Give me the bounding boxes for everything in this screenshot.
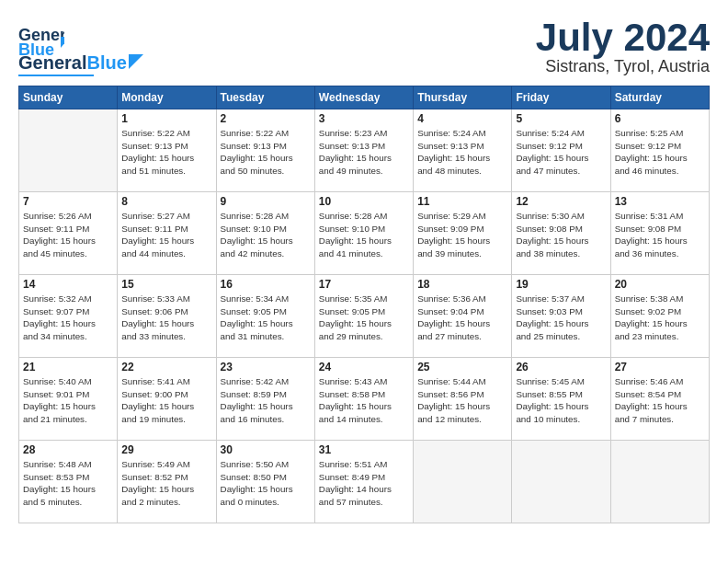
day-info: Sunrise: 5:28 AM Sunset: 9:10 PM Dayligh… (319, 210, 409, 260)
logo-general-text: General (18, 52, 86, 74)
day-info: Sunrise: 5:35 AM Sunset: 9:05 PM Dayligh… (319, 293, 409, 343)
header-thursday: Thursday (414, 86, 512, 109)
calendar-cell: 3Sunrise: 5:23 AM Sunset: 9:13 PM Daylig… (314, 109, 413, 192)
day-info: Sunrise: 5:46 AM Sunset: 8:54 PM Dayligh… (615, 375, 705, 426)
day-info: Sunrise: 5:44 AM Sunset: 8:56 PM Dayligh… (417, 375, 507, 426)
day-info: Sunrise: 5:27 AM Sunset: 9:11 PM Dayligh… (121, 210, 211, 260)
day-number: 17 (319, 278, 409, 291)
calendar-cell: 25Sunrise: 5:44 AM Sunset: 8:56 PM Dayli… (414, 358, 512, 441)
header-tuesday: Tuesday (216, 86, 314, 109)
calendar-cell: 9Sunrise: 5:28 AM Sunset: 9:10 PM Daylig… (216, 192, 314, 275)
day-info: Sunrise: 5:30 AM Sunset: 9:08 PM Dayligh… (516, 210, 606, 260)
day-info: Sunrise: 5:33 AM Sunset: 9:06 PM Dayligh… (121, 293, 211, 343)
day-number: 7 (23, 195, 113, 208)
header-wednesday: Wednesday (314, 86, 413, 109)
day-info: Sunrise: 5:45 AM Sunset: 8:55 PM Dayligh… (516, 375, 606, 426)
day-number: 22 (121, 361, 211, 373)
calendar-week-row: 21Sunrise: 5:40 AM Sunset: 9:01 PM Dayli… (19, 358, 710, 441)
calendar-cell: 18Sunrise: 5:36 AM Sunset: 9:04 PM Dayli… (414, 275, 512, 358)
day-info: Sunrise: 5:49 AM Sunset: 8:52 PM Dayligh… (121, 458, 211, 509)
day-number: 26 (516, 361, 606, 373)
calendar-cell: 15Sunrise: 5:33 AM Sunset: 9:06 PM Dayli… (118, 275, 216, 358)
calendar-week-row: 1Sunrise: 5:22 AM Sunset: 9:13 PM Daylig… (19, 109, 710, 192)
calendar-cell: 6Sunrise: 5:25 AM Sunset: 9:12 PM Daylig… (610, 109, 709, 192)
logo-underline (18, 75, 94, 76)
day-info: Sunrise: 5:50 AM Sunset: 8:50 PM Dayligh… (221, 458, 311, 509)
day-number: 11 (417, 195, 507, 208)
calendar-cell: 28Sunrise: 5:48 AM Sunset: 8:53 PM Dayli… (19, 441, 118, 523)
svg-marker-3 (129, 54, 143, 69)
svg-marker-2 (61, 37, 64, 48)
day-number: 4 (417, 112, 507, 125)
day-number: 2 (221, 112, 311, 125)
day-number: 24 (319, 361, 409, 373)
calendar-cell (512, 441, 610, 523)
day-number: 25 (417, 361, 507, 373)
day-number: 8 (121, 195, 211, 208)
day-number: 6 (615, 112, 705, 125)
day-info: Sunrise: 5:29 AM Sunset: 9:09 PM Dayligh… (417, 210, 507, 260)
day-info: Sunrise: 5:38 AM Sunset: 9:02 PM Dayligh… (615, 293, 705, 343)
day-number: 20 (615, 278, 705, 291)
day-number: 5 (516, 112, 606, 125)
calendar-cell: 23Sunrise: 5:42 AM Sunset: 8:59 PM Dayli… (216, 358, 314, 441)
calendar-cell: 4Sunrise: 5:24 AM Sunset: 9:13 PM Daylig… (414, 109, 512, 192)
title-block: July 2024 Sistrans, Tyrol, Austria (536, 18, 710, 76)
page-container: General Blue General Blue July 2024 Sist… (0, 0, 728, 533)
calendar-cell: 19Sunrise: 5:37 AM Sunset: 9:03 PM Dayli… (512, 275, 610, 358)
day-number: 16 (221, 278, 311, 291)
day-number: 27 (615, 361, 705, 373)
day-info: Sunrise: 5:26 AM Sunset: 9:11 PM Dayligh… (23, 210, 113, 260)
calendar-table: Sunday Monday Tuesday Wednesday Thursday… (18, 86, 710, 523)
day-number: 18 (417, 278, 507, 291)
day-number: 3 (319, 112, 409, 125)
day-info: Sunrise: 5:22 AM Sunset: 9:13 PM Dayligh… (221, 127, 311, 178)
day-number: 13 (615, 195, 705, 208)
calendar-cell: 24Sunrise: 5:43 AM Sunset: 8:58 PM Dayli… (314, 358, 413, 441)
day-number: 21 (23, 361, 113, 373)
day-info: Sunrise: 5:25 AM Sunset: 9:12 PM Dayligh… (615, 127, 705, 178)
day-number: 15 (121, 278, 211, 291)
day-number: 31 (319, 443, 409, 456)
header-friday: Friday (512, 86, 610, 109)
calendar-cell: 8Sunrise: 5:27 AM Sunset: 9:11 PM Daylig… (118, 192, 216, 275)
calendar-cell: 11Sunrise: 5:29 AM Sunset: 9:09 PM Dayli… (414, 192, 512, 275)
month-title: July 2024 (536, 18, 710, 57)
calendar-cell: 2Sunrise: 5:22 AM Sunset: 9:13 PM Daylig… (216, 109, 314, 192)
calendar-body: 1Sunrise: 5:22 AM Sunset: 9:13 PM Daylig… (19, 109, 710, 523)
calendar-cell: 1Sunrise: 5:22 AM Sunset: 9:13 PM Daylig… (118, 109, 216, 192)
calendar-cell: 26Sunrise: 5:45 AM Sunset: 8:55 PM Dayli… (512, 358, 610, 441)
calendar-cell: 30Sunrise: 5:50 AM Sunset: 8:50 PM Dayli… (216, 441, 314, 523)
day-number: 12 (516, 195, 606, 208)
calendar-cell: 22Sunrise: 5:41 AM Sunset: 9:00 PM Dayli… (118, 358, 216, 441)
day-info: Sunrise: 5:42 AM Sunset: 8:59 PM Dayligh… (221, 375, 311, 426)
day-info: Sunrise: 5:24 AM Sunset: 9:13 PM Dayligh… (417, 127, 507, 178)
calendar-cell: 17Sunrise: 5:35 AM Sunset: 9:05 PM Dayli… (314, 275, 413, 358)
header-sunday: Sunday (19, 86, 118, 109)
calendar-cell: 31Sunrise: 5:51 AM Sunset: 8:49 PM Dayli… (314, 441, 413, 523)
day-info: Sunrise: 5:24 AM Sunset: 9:12 PM Dayligh… (516, 127, 606, 178)
calendar-week-row: 7Sunrise: 5:26 AM Sunset: 9:11 PM Daylig… (19, 192, 710, 275)
day-info: Sunrise: 5:41 AM Sunset: 9:00 PM Dayligh… (121, 375, 211, 426)
calendar-cell: 13Sunrise: 5:31 AM Sunset: 9:08 PM Dayli… (610, 192, 709, 275)
day-info: Sunrise: 5:22 AM Sunset: 9:13 PM Dayligh… (121, 127, 211, 178)
day-number: 28 (23, 443, 113, 456)
calendar-cell: 7Sunrise: 5:26 AM Sunset: 9:11 PM Daylig… (19, 192, 118, 275)
logo-blue-text: Blue (86, 52, 126, 74)
day-info: Sunrise: 5:36 AM Sunset: 9:04 PM Dayligh… (417, 293, 507, 343)
day-number: 1 (121, 112, 211, 125)
calendar-cell (610, 441, 709, 523)
calendar-week-row: 14Sunrise: 5:32 AM Sunset: 9:07 PM Dayli… (19, 275, 710, 358)
day-number: 14 (23, 278, 113, 291)
calendar-week-row: 28Sunrise: 5:48 AM Sunset: 8:53 PM Dayli… (19, 441, 710, 523)
day-info: Sunrise: 5:31 AM Sunset: 9:08 PM Dayligh… (615, 210, 705, 260)
day-info: Sunrise: 5:43 AM Sunset: 8:58 PM Dayligh… (319, 375, 409, 426)
calendar-header-row: Sunday Monday Tuesday Wednesday Thursday… (19, 86, 710, 109)
day-number: 23 (221, 361, 311, 373)
calendar-cell: 20Sunrise: 5:38 AM Sunset: 9:02 PM Dayli… (610, 275, 709, 358)
day-number: 30 (221, 443, 311, 456)
header: General Blue General Blue July 2024 Sist… (18, 18, 710, 76)
day-info: Sunrise: 5:40 AM Sunset: 9:01 PM Dayligh… (23, 375, 113, 426)
header-monday: Monday (118, 86, 216, 109)
calendar-cell: 12Sunrise: 5:30 AM Sunset: 9:08 PM Dayli… (512, 192, 610, 275)
